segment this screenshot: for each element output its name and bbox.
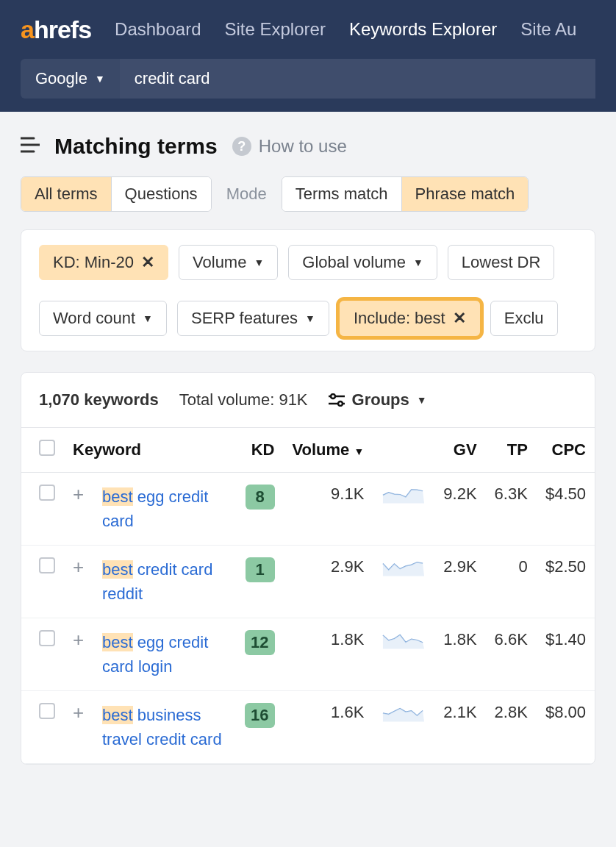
keyword-highlight: best	[102, 633, 133, 651]
groups-label: Groups	[352, 390, 409, 410]
col-volume[interactable]: Volume ▼	[284, 428, 373, 473]
filters-row: KD: Min-20 ✕ Volume ▼ Global volume ▼ Lo…	[21, 230, 595, 351]
filter-global-volume-label: Global volume	[302, 253, 406, 272]
cell-tp: 6.3K	[486, 473, 537, 546]
col-keyword[interactable]: Keyword	[64, 428, 236, 473]
keyword-highlight: best	[102, 487, 133, 506]
keyword-link[interactable]: best egg credit card login	[102, 630, 227, 679]
logo-rest: hrefs	[34, 15, 91, 43]
how-to-use-label: How to use	[259, 136, 347, 157]
menu-icon[interactable]	[21, 135, 40, 158]
filter-word-count-label: Word count	[53, 309, 135, 328]
expand-row-button[interactable]: +	[73, 556, 84, 578]
tab-all-terms[interactable]: All terms	[21, 177, 112, 211]
row-checkbox[interactable]	[39, 703, 55, 719]
keyword-link[interactable]: best egg credit card	[102, 485, 227, 533]
filters-card: KD: Min-20 ✕ Volume ▼ Global volume ▼ Lo…	[21, 229, 595, 351]
cell-volume: 9.1K	[284, 473, 373, 546]
nav-site-audit[interactable]: Site Au	[520, 19, 576, 40]
caret-down-icon: ▼	[254, 257, 264, 268]
tab-strip: All terms Questions Mode Terms match Phr…	[0, 176, 616, 212]
sort-desc-icon: ▼	[354, 446, 364, 457]
tab-phrase-match[interactable]: Phrase match	[402, 177, 529, 211]
cell-cpc: $8.00	[537, 691, 595, 764]
how-to-use[interactable]: ? How to use	[232, 136, 347, 157]
keyword-search-input[interactable]	[120, 59, 595, 99]
keyword-count: 1,070 keywords	[39, 390, 159, 410]
groups-toggle[interactable]: Groups ▼	[329, 390, 427, 410]
filter-exclude[interactable]: Exclu	[490, 301, 558, 336]
tab-terms-match[interactable]: Terms match	[282, 177, 402, 211]
table-row: +best credit card reddit12.9K2.9K0$2.50	[21, 546, 595, 618]
keywords-table: Keyword KD Volume ▼ GV TP CPC +best egg …	[21, 428, 595, 764]
col-kd[interactable]: KD	[236, 428, 283, 473]
filter-kd-label: KD: Min-20	[53, 253, 134, 272]
total-volume: Total volume: 91K	[179, 390, 308, 410]
table-row: +best egg credit card89.1K9.2K6.3K$4.50	[21, 473, 595, 546]
nav-site-explorer[interactable]: Site Explorer	[224, 19, 325, 40]
row-checkbox[interactable]	[39, 557, 55, 573]
logo[interactable]: ahrefs	[21, 15, 91, 44]
results-card: 1,070 keywords Total volume: 91K Groups …	[21, 372, 595, 765]
mode-label: Mode	[226, 185, 267, 204]
filter-exclude-label: Exclu	[504, 309, 544, 328]
page-title: Matching terms	[54, 134, 218, 159]
expand-row-button[interactable]: +	[73, 483, 84, 505]
cell-cpc: $2.50	[537, 546, 595, 618]
help-icon: ?	[232, 137, 251, 156]
kd-badge: 1	[246, 557, 275, 582]
table-row: +best egg credit card login121.8K1.8K6.6…	[21, 618, 595, 691]
table-row: +best business travel credit card161.6K2…	[21, 691, 595, 764]
row-checkbox[interactable]	[39, 630, 55, 646]
cell-tp: 6.6K	[486, 618, 537, 691]
nav-dashboard[interactable]: Dashboard	[115, 19, 201, 40]
top-nav: ahrefs Dashboard Site Explorer Keywords …	[0, 0, 616, 59]
tab-questions[interactable]: Questions	[112, 177, 211, 211]
col-tp[interactable]: TP	[486, 428, 537, 473]
cell-volume: 1.8K	[284, 618, 373, 691]
filter-volume[interactable]: Volume ▼	[179, 245, 278, 280]
cell-trend	[373, 473, 434, 546]
svg-point-0	[331, 394, 335, 399]
filter-lowest-dr-label: Lowest DR	[462, 253, 541, 272]
cell-volume: 2.9K	[284, 546, 373, 618]
match-tabgroup: Terms match Phrase match	[282, 176, 529, 212]
caret-down-icon: ▼	[143, 312, 153, 324]
close-icon[interactable]: ✕	[141, 253, 154, 272]
col-cpc[interactable]: CPC	[537, 428, 595, 473]
keyword-link[interactable]: best business travel credit card	[102, 703, 227, 751]
cell-tp: 0	[486, 546, 537, 618]
expand-row-button[interactable]: +	[73, 629, 84, 651]
filter-global-volume[interactable]: Global volume ▼	[288, 245, 437, 280]
logo-a: a	[21, 15, 34, 43]
keyword-highlight: best	[102, 560, 133, 579]
col-gv[interactable]: GV	[434, 428, 485, 473]
filter-include-best[interactable]: Include: best ✕	[340, 301, 480, 336]
select-all-checkbox[interactable]	[39, 440, 55, 456]
keyword-link[interactable]: best credit card reddit	[102, 557, 227, 606]
cell-volume: 1.6K	[284, 691, 373, 764]
filter-serp-features[interactable]: SERP features ▼	[177, 301, 329, 336]
close-icon[interactable]: ✕	[453, 309, 466, 328]
search-bar: Google ▼	[0, 59, 616, 112]
sliders-icon	[329, 393, 345, 407]
svg-point-1	[338, 401, 343, 406]
search-engine-select[interactable]: Google ▼	[21, 59, 120, 99]
row-checkbox[interactable]	[39, 485, 55, 501]
cell-gv: 1.8K	[434, 618, 485, 691]
cell-gv: 2.1K	[434, 691, 485, 764]
filter-lowest-dr[interactable]: Lowest DR	[448, 245, 555, 280]
search-engine-label: Google	[35, 69, 87, 88]
filter-kd[interactable]: KD: Min-20 ✕	[39, 245, 168, 280]
caret-down-icon: ▼	[417, 394, 427, 406]
cell-trend	[373, 546, 434, 618]
filter-word-count[interactable]: Word count ▼	[39, 301, 167, 336]
filter-volume-label: Volume	[193, 253, 246, 272]
caret-down-icon: ▼	[413, 257, 423, 268]
cell-trend	[373, 618, 434, 691]
cell-gv: 9.2K	[434, 473, 485, 546]
expand-row-button[interactable]: +	[73, 701, 84, 723]
filter-serp-features-label: SERP features	[191, 309, 298, 328]
nav-keywords-explorer[interactable]: Keywords Explorer	[349, 19, 497, 40]
cell-cpc: $4.50	[537, 473, 595, 546]
